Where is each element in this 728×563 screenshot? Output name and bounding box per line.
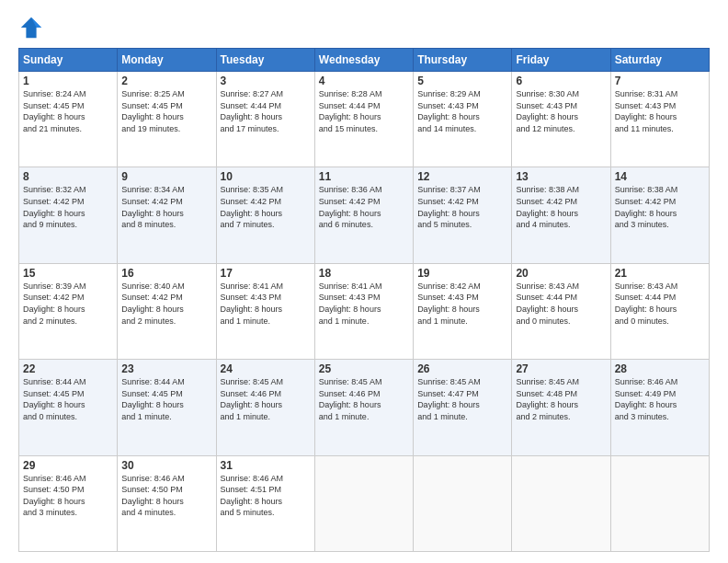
calendar-cell: 1Sunrise: 8:24 AM Sunset: 4:45 PM Daylig…	[19, 72, 118, 167]
day-number: 1	[23, 75, 113, 87]
day-info: Sunrise: 8:39 AM Sunset: 4:42 PM Dayligh…	[23, 281, 113, 327]
day-number: 26	[417, 362, 507, 375]
calendar-cell: 23Sunrise: 8:44 AM Sunset: 4:45 PM Dayli…	[118, 360, 216, 455]
calendar-cell: 22Sunrise: 8:44 AM Sunset: 4:45 PM Dayli…	[19, 360, 118, 455]
week-row-5: 29Sunrise: 8:46 AM Sunset: 4:50 PM Dayli…	[19, 455, 710, 551]
week-row-3: 15Sunrise: 8:39 AM Sunset: 4:42 PM Dayli…	[19, 263, 710, 359]
calendar-cell: 14Sunrise: 8:38 AM Sunset: 4:42 PM Dayli…	[610, 167, 709, 263]
day-info: Sunrise: 8:45 AM Sunset: 4:46 PM Dayligh…	[319, 376, 409, 422]
col-header-saturday: Saturday	[610, 49, 709, 72]
calendar-table: SundayMondayTuesdayWednesdayThursdayFrid…	[18, 48, 710, 552]
day-info: Sunrise: 8:30 AM Sunset: 4:43 PM Dayligh…	[516, 88, 606, 134]
day-number: 27	[516, 362, 606, 375]
header	[18, 15, 710, 40]
day-info: Sunrise: 8:43 AM Sunset: 4:44 PM Dayligh…	[516, 281, 606, 327]
week-row-1: 1Sunrise: 8:24 AM Sunset: 4:45 PM Daylig…	[19, 72, 710, 167]
calendar-cell: 21Sunrise: 8:43 AM Sunset: 4:44 PM Dayli…	[610, 263, 709, 359]
calendar-cell: 31Sunrise: 8:46 AM Sunset: 4:51 PM Dayli…	[216, 455, 314, 551]
calendar-cell	[414, 455, 512, 551]
day-info: Sunrise: 8:44 AM Sunset: 4:45 PM Dayligh…	[121, 376, 211, 422]
day-info: Sunrise: 8:35 AM Sunset: 4:42 PM Dayligh…	[221, 184, 311, 230]
col-header-sunday: Sunday	[19, 49, 118, 72]
calendar-cell: 12Sunrise: 8:37 AM Sunset: 4:42 PM Dayli…	[414, 167, 512, 263]
col-header-monday: Monday	[118, 49, 216, 72]
day-number: 16	[121, 267, 211, 280]
day-info: Sunrise: 8:45 AM Sunset: 4:48 PM Dayligh…	[516, 376, 606, 422]
day-number: 13	[516, 170, 606, 183]
day-info: Sunrise: 8:43 AM Sunset: 4:44 PM Dayligh…	[615, 281, 705, 327]
day-number: 30	[121, 459, 211, 472]
day-info: Sunrise: 8:32 AM Sunset: 4:42 PM Dayligh…	[23, 184, 113, 230]
day-info: Sunrise: 8:27 AM Sunset: 4:44 PM Dayligh…	[221, 88, 311, 134]
day-number: 6	[516, 75, 606, 87]
day-info: Sunrise: 8:46 AM Sunset: 4:50 PM Dayligh…	[121, 473, 211, 519]
day-number: 19	[417, 267, 507, 280]
calendar-cell: 27Sunrise: 8:45 AM Sunset: 4:48 PM Dayli…	[512, 360, 610, 455]
logo	[18, 15, 48, 40]
day-info: Sunrise: 8:24 AM Sunset: 4:45 PM Dayligh…	[23, 88, 113, 134]
page: SundayMondayTuesdayWednesdayThursdayFrid…	[0, 0, 728, 563]
day-number: 12	[417, 170, 507, 183]
calendar-cell: 30Sunrise: 8:46 AM Sunset: 4:50 PM Dayli…	[118, 455, 216, 551]
day-info: Sunrise: 8:41 AM Sunset: 4:43 PM Dayligh…	[221, 281, 311, 327]
calendar-cell	[314, 455, 413, 551]
day-number: 18	[319, 267, 409, 280]
week-row-2: 8Sunrise: 8:32 AM Sunset: 4:42 PM Daylig…	[19, 167, 710, 263]
calendar-cell: 11Sunrise: 8:36 AM Sunset: 4:42 PM Dayli…	[314, 167, 413, 263]
calendar-cell: 9Sunrise: 8:34 AM Sunset: 4:42 PM Daylig…	[118, 167, 216, 263]
day-info: Sunrise: 8:28 AM Sunset: 4:44 PM Dayligh…	[319, 88, 409, 134]
day-number: 17	[221, 267, 311, 280]
calendar-cell: 15Sunrise: 8:39 AM Sunset: 4:42 PM Dayli…	[19, 263, 118, 359]
day-number: 24	[221, 362, 311, 375]
day-number: 10	[221, 170, 311, 183]
day-info: Sunrise: 8:34 AM Sunset: 4:42 PM Dayligh…	[121, 184, 211, 230]
day-number: 8	[23, 170, 113, 183]
day-number: 2	[121, 75, 211, 87]
calendar-cell: 28Sunrise: 8:46 AM Sunset: 4:49 PM Dayli…	[610, 360, 709, 455]
day-info: Sunrise: 8:31 AM Sunset: 4:43 PM Dayligh…	[615, 88, 705, 134]
day-number: 9	[121, 170, 211, 183]
day-number: 4	[319, 75, 409, 87]
calendar-cell: 10Sunrise: 8:35 AM Sunset: 4:42 PM Dayli…	[216, 167, 314, 263]
calendar-cell: 13Sunrise: 8:38 AM Sunset: 4:42 PM Dayli…	[512, 167, 610, 263]
day-info: Sunrise: 8:46 AM Sunset: 4:50 PM Dayligh…	[23, 473, 113, 519]
col-header-friday: Friday	[512, 49, 610, 72]
week-row-4: 22Sunrise: 8:44 AM Sunset: 4:45 PM Dayli…	[19, 360, 710, 455]
day-number: 5	[417, 75, 507, 87]
day-number: 3	[221, 75, 311, 87]
day-info: Sunrise: 8:45 AM Sunset: 4:47 PM Dayligh…	[417, 376, 507, 422]
day-number: 29	[23, 459, 113, 472]
day-info: Sunrise: 8:41 AM Sunset: 4:43 PM Dayligh…	[319, 281, 409, 327]
calendar-cell: 5Sunrise: 8:29 AM Sunset: 4:43 PM Daylig…	[414, 72, 512, 167]
calendar-cell: 20Sunrise: 8:43 AM Sunset: 4:44 PM Dayli…	[512, 263, 610, 359]
day-info: Sunrise: 8:25 AM Sunset: 4:45 PM Dayligh…	[121, 88, 211, 134]
day-number: 14	[615, 170, 705, 183]
calendar-cell: 8Sunrise: 8:32 AM Sunset: 4:42 PM Daylig…	[19, 167, 118, 263]
calendar-cell: 4Sunrise: 8:28 AM Sunset: 4:44 PM Daylig…	[314, 72, 413, 167]
calendar-cell: 7Sunrise: 8:31 AM Sunset: 4:43 PM Daylig…	[610, 72, 709, 167]
day-number: 21	[615, 267, 705, 280]
day-info: Sunrise: 8:36 AM Sunset: 4:42 PM Dayligh…	[319, 184, 409, 230]
calendar-cell: 18Sunrise: 8:41 AM Sunset: 4:43 PM Dayli…	[314, 263, 413, 359]
day-info: Sunrise: 8:45 AM Sunset: 4:46 PM Dayligh…	[221, 376, 311, 422]
day-info: Sunrise: 8:46 AM Sunset: 4:49 PM Dayligh…	[615, 376, 705, 422]
calendar-cell: 26Sunrise: 8:45 AM Sunset: 4:47 PM Dayli…	[414, 360, 512, 455]
header-row: SundayMondayTuesdayWednesdayThursdayFrid…	[19, 49, 710, 72]
calendar-cell: 25Sunrise: 8:45 AM Sunset: 4:46 PM Dayli…	[314, 360, 413, 455]
day-number: 25	[319, 362, 409, 375]
calendar-cell: 19Sunrise: 8:42 AM Sunset: 4:43 PM Dayli…	[414, 263, 512, 359]
calendar-cell: 2Sunrise: 8:25 AM Sunset: 4:45 PM Daylig…	[118, 72, 216, 167]
calendar-cell: 16Sunrise: 8:40 AM Sunset: 4:42 PM Dayli…	[118, 263, 216, 359]
day-number: 23	[121, 362, 211, 375]
day-number: 15	[23, 267, 113, 280]
day-info: Sunrise: 8:29 AM Sunset: 4:43 PM Dayligh…	[417, 88, 507, 134]
logo-icon	[18, 15, 44, 40]
day-number: 28	[615, 362, 705, 375]
day-number: 22	[23, 362, 113, 375]
day-info: Sunrise: 8:42 AM Sunset: 4:43 PM Dayligh…	[417, 281, 507, 327]
day-number: 20	[516, 267, 606, 280]
calendar-cell: 17Sunrise: 8:41 AM Sunset: 4:43 PM Dayli…	[216, 263, 314, 359]
day-info: Sunrise: 8:38 AM Sunset: 4:42 PM Dayligh…	[516, 184, 606, 230]
day-info: Sunrise: 8:37 AM Sunset: 4:42 PM Dayligh…	[417, 184, 507, 230]
calendar-cell: 24Sunrise: 8:45 AM Sunset: 4:46 PM Dayli…	[216, 360, 314, 455]
